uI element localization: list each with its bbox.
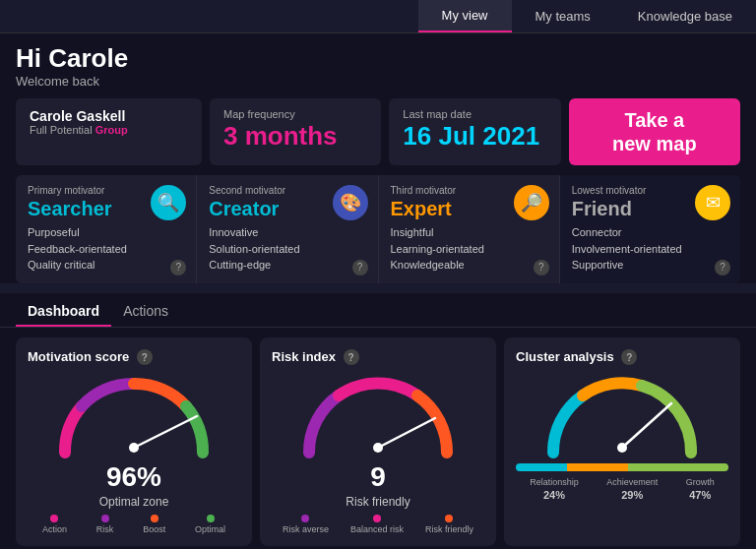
user-card: Carole Gaskell Full Potential Group xyxy=(16,98,202,165)
second-help-icon[interactable]: ? xyxy=(352,260,368,275)
last-map-value: 16 Jul 2021 xyxy=(403,122,546,151)
cluster-bar-achievement xyxy=(567,463,629,471)
map-frequency-value: 3 months xyxy=(223,122,367,151)
svg-point-3 xyxy=(373,443,383,453)
legend-risk-averse: Risk averse xyxy=(283,515,329,534)
motivator-lowest: Lowest motivator Friend ✉ ConnectorInvol… xyxy=(560,175,740,283)
motivation-gauge-container: 96% Optimal zone xyxy=(28,369,240,509)
nav-tab-my-view[interactable]: My view xyxy=(418,0,512,32)
user-group: Full Potential Group xyxy=(30,124,188,136)
motivation-gauge-svg xyxy=(55,369,213,458)
greeting-sub: Welcome back xyxy=(16,74,740,89)
tab-actions[interactable]: Actions xyxy=(111,297,180,327)
lowest-traits: ConnectorInvolvement-orientatedSupportiv… xyxy=(572,224,728,274)
risk-sub: Risk friendly xyxy=(346,495,410,509)
legend-risk-averse-dot xyxy=(301,515,309,522)
motivator-second: Second motivator Creator 🎨 InnovativeSol… xyxy=(197,175,378,283)
svg-line-0 xyxy=(134,416,197,448)
legend-risk-friendly: Risk friendly xyxy=(425,515,473,534)
legend-risk: Risk xyxy=(96,515,114,534)
cluster-legend-growth: Growth 47% xyxy=(686,477,715,501)
legend-balanced-risk: Balanced risk xyxy=(350,515,404,534)
header-section: Hi Carole Welcome back Carole Gaskell Fu… xyxy=(0,33,756,283)
cluster-legend-achievement: Achievement 29% xyxy=(606,477,658,501)
nav-tab-knowledge-base[interactable]: Knowledge base xyxy=(614,0,756,32)
legend-optimal: Optimal xyxy=(195,515,225,534)
last-map-card: Last map date 16 Jul 2021 xyxy=(389,98,560,165)
take-new-map-button[interactable]: Take anew map xyxy=(569,98,740,165)
legend-boost: Boost xyxy=(143,515,165,534)
motivation-value: 96% xyxy=(106,461,161,493)
motivator-primary: Primary motivator Searcher 🔍 PurposefulF… xyxy=(16,175,197,283)
motivator-third: Third motivator Expert 🔎 InsightfulLearn… xyxy=(379,175,560,283)
risk-index-card: Risk index ? 9 Risk friendly Risk averse xyxy=(260,337,496,547)
cluster-title: Cluster analysis ? xyxy=(516,349,728,366)
third-icon: 🔎 xyxy=(514,185,549,220)
legend-boost-dot xyxy=(151,515,158,522)
stats-row: Carole Gaskell Full Potential Group Map … xyxy=(16,98,740,165)
lowest-help-icon[interactable]: ? xyxy=(715,260,730,275)
motivation-score-title: Motivation score ? xyxy=(28,349,240,366)
cluster-legend-relationship: Relationship 24% xyxy=(530,477,579,501)
cluster-gauge-container xyxy=(516,369,728,458)
legend-balanced-dot xyxy=(373,515,381,522)
map-frequency-card: Map frequency 3 months xyxy=(210,98,381,165)
dashboard-tabs: Dashboard Actions xyxy=(0,293,756,328)
risk-gauge-container: 9 Risk friendly xyxy=(272,369,484,509)
top-navigation: My view My teams Knowledge base xyxy=(0,0,756,33)
svg-line-2 xyxy=(378,418,435,448)
legend-action: Action xyxy=(42,515,67,534)
lowest-icon: ✉ xyxy=(695,185,730,220)
cluster-analysis-card: Cluster analysis ? Relations xyxy=(504,337,740,547)
map-frequency-label: Map frequency xyxy=(223,108,367,120)
legend-optimal-dot xyxy=(207,515,215,522)
svg-point-1 xyxy=(129,443,139,453)
nav-tab-my-teams[interactable]: My teams xyxy=(512,0,614,32)
risk-gauge-svg xyxy=(299,369,457,458)
motivation-legend: Action Risk Boost Optimal xyxy=(28,515,240,534)
second-traits: InnovativeSolution-orientatedCutting-edg… xyxy=(209,224,365,274)
primary-traits: PurposefulFeedback-orientatedQuality cri… xyxy=(28,224,184,274)
cluster-bars xyxy=(516,463,728,471)
motivation-help-icon[interactable]: ? xyxy=(137,349,153,365)
risk-legend: Risk averse Balanced risk Risk friendly xyxy=(272,515,484,534)
svg-point-5 xyxy=(617,443,627,453)
motivation-score-card: Motivation score ? 96% Optimal zone xyxy=(16,337,252,547)
cluster-gauge-svg xyxy=(543,369,701,458)
tab-dashboard[interactable]: Dashboard xyxy=(16,297,111,327)
legend-risk-friendly-dot xyxy=(445,515,453,522)
motivators-row: Primary motivator Searcher 🔍 PurposefulF… xyxy=(16,175,740,283)
user-name: Carole Gaskell xyxy=(30,108,188,124)
legend-risk-dot xyxy=(101,515,109,522)
motivation-sub: Optimal zone xyxy=(99,495,169,509)
svg-line-4 xyxy=(622,403,671,448)
risk-index-title: Risk index ? xyxy=(272,349,484,366)
last-map-label: Last map date xyxy=(403,108,546,120)
risk-help-icon[interactable]: ? xyxy=(344,349,359,365)
legend-action-dot xyxy=(50,515,58,522)
risk-value: 9 xyxy=(370,461,386,493)
cluster-help-icon[interactable]: ? xyxy=(621,349,637,365)
third-traits: InsightfulLearning-orientatedKnowledgeab… xyxy=(391,224,547,274)
cluster-bar-relationship xyxy=(516,463,567,471)
third-help-icon[interactable]: ? xyxy=(534,260,549,275)
primary-help-icon[interactable]: ? xyxy=(170,260,186,275)
cluster-bar-growth xyxy=(628,463,728,471)
gauge-row: Motivation score ? 96% Optimal zone xyxy=(0,328,756,550)
cta-text: Take anew map xyxy=(612,108,697,155)
second-icon: 🎨 xyxy=(333,185,368,220)
greeting-title: Hi Carole xyxy=(16,43,740,74)
cluster-legend: Relationship 24% Achievement 29% Growth … xyxy=(516,477,728,501)
primary-icon: 🔍 xyxy=(151,185,186,220)
